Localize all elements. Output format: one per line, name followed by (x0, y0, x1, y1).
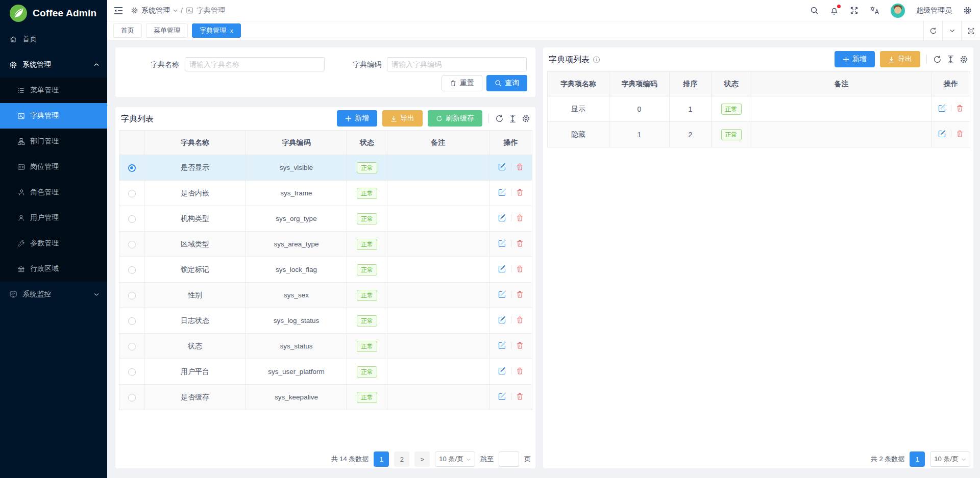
dict-item-header-row: 字典项名称 字典项编码 排序 状态 备注 操作 (548, 72, 970, 96)
table-row[interactable]: 是否内嵌sys_frame 正常 (119, 181, 532, 206)
delete-icon[interactable] (516, 367, 524, 375)
page-size-select[interactable]: 10 条/页 (435, 451, 475, 467)
avatar[interactable] (891, 4, 905, 18)
table-row[interactable]: 用户平台sys_user_platform 正常 (119, 359, 532, 385)
sidebar-item-role-mgmt[interactable]: 角色管理 (0, 180, 107, 205)
edit-icon[interactable] (498, 367, 506, 375)
dict-name-input[interactable] (185, 57, 325, 71)
edit-icon[interactable] (498, 341, 506, 349)
sidebar-submenu-system: 菜单管理 字典管理 部门管理 岗位管理 角色管理 用户管理 参数管理 行政区域 (0, 78, 107, 282)
table-row[interactable]: 机构类型sys_org_type 正常 (119, 206, 532, 232)
edit-icon[interactable] (938, 104, 946, 112)
delete-icon[interactable] (956, 104, 964, 112)
query-button[interactable]: 查询 (486, 75, 527, 91)
row-radio[interactable] (128, 241, 136, 248)
row-height-icon[interactable] (947, 55, 954, 64)
delete-icon[interactable] (516, 214, 524, 222)
collapse-sidebar-icon[interactable] (113, 6, 124, 15)
table-row[interactable]: 是否显示sys_visible 正常 (119, 155, 532, 181)
search-icon[interactable] (810, 6, 819, 15)
tab-dict-mgmt[interactable]: 字典管理x (192, 23, 241, 38)
sidebar-item-area-mgmt[interactable]: 行政区域 (0, 256, 107, 282)
sidebar-item-menu-mgmt[interactable]: 菜单管理 (0, 78, 107, 103)
sidebar-item-user-mgmt[interactable]: 用户管理 (0, 205, 107, 231)
edit-icon[interactable] (498, 163, 506, 171)
tabs-menu-chevron[interactable] (942, 21, 961, 40)
table-settings-gear-icon[interactable] (522, 114, 530, 123)
refresh-tabs-button[interactable] (923, 21, 942, 40)
page-1[interactable]: 1 (910, 451, 925, 467)
export-dict-item-button[interactable]: 导出 (880, 51, 920, 67)
status-badge: 正常 (357, 188, 377, 199)
refresh-cache-button[interactable]: 刷新缓存 (428, 110, 482, 127)
page-1[interactable]: 1 (374, 451, 389, 467)
edit-icon[interactable] (498, 392, 506, 400)
delete-icon[interactable] (516, 265, 524, 273)
delete-icon[interactable] (516, 341, 524, 349)
sidebar-item-dept-mgmt[interactable]: 部门管理 (0, 129, 107, 154)
username[interactable]: 超级管理员 (916, 6, 952, 15)
table-row[interactable]: 区域类型sys_area_type 正常 (119, 232, 532, 257)
row-radio[interactable] (128, 394, 136, 401)
delete-icon[interactable] (956, 130, 964, 138)
table-row[interactable]: 锁定标记sys_lock_flag 正常 (119, 257, 532, 283)
row-radio[interactable] (128, 164, 136, 172)
refresh-table-icon[interactable] (933, 55, 942, 64)
fullscreen-icon[interactable] (850, 6, 859, 15)
sidebar-item-post-mgmt[interactable]: 岗位管理 (0, 154, 107, 180)
edit-icon[interactable] (498, 214, 506, 222)
delete-icon[interactable] (516, 290, 524, 298)
table-row[interactable]: 日志状态sys_log_status 正常 (119, 308, 532, 334)
sidebar-item-home[interactable]: 首页 (0, 27, 107, 52)
close-tab-icon[interactable]: x (230, 28, 233, 34)
row-radio[interactable] (128, 190, 136, 197)
maximize-content-icon[interactable] (961, 21, 980, 40)
row-radio[interactable] (128, 266, 136, 274)
delete-icon[interactable] (516, 188, 524, 196)
delete-icon[interactable] (516, 239, 524, 247)
row-radio[interactable] (128, 292, 136, 299)
jump-page-input[interactable] (499, 451, 519, 467)
delete-icon[interactable] (516, 316, 524, 324)
table-row[interactable]: 是否缓存sys_keepalive 正常 (119, 385, 532, 410)
notification-bell[interactable] (830, 6, 839, 15)
table-settings-gear-icon[interactable] (960, 55, 968, 64)
sidebar-item-monitor[interactable]: 系统监控 (0, 282, 107, 307)
add-dict-button[interactable]: 新增 (337, 110, 377, 127)
dict-code-input[interactable] (387, 57, 527, 71)
row-radio[interactable] (128, 215, 136, 223)
sidebar-item-param-mgmt[interactable]: 参数管理 (0, 231, 107, 256)
tab-home[interactable]: 首页 (113, 23, 142, 38)
delete-icon[interactable] (516, 392, 524, 400)
edit-icon[interactable] (498, 290, 506, 298)
sidebar-item-label: 系统管理 (22, 60, 51, 69)
edit-icon[interactable] (938, 130, 946, 138)
row-radio[interactable] (128, 317, 136, 325)
sidebar-item-dict-mgmt[interactable]: 字典管理 (0, 103, 107, 129)
edit-icon[interactable] (498, 188, 506, 196)
breadcrumb-item[interactable]: 系统管理 (141, 6, 170, 15)
id-badge-icon (17, 163, 25, 171)
delete-icon[interactable] (516, 163, 524, 171)
table-row[interactable]: 显示01 正常 (548, 96, 970, 122)
tab-menu-mgmt[interactable]: 菜单管理 (146, 23, 188, 38)
next-page[interactable]: > (414, 451, 430, 467)
edit-icon[interactable] (498, 316, 506, 324)
row-radio[interactable] (128, 368, 136, 376)
edit-icon[interactable] (498, 239, 506, 247)
table-row[interactable]: 隐藏12 正常 (548, 122, 970, 147)
page-2[interactable]: 2 (394, 451, 409, 467)
table-row[interactable]: 状态sys_status 正常 (119, 334, 532, 359)
export-dict-button[interactable]: 导出 (382, 110, 423, 127)
add-dict-item-button[interactable]: 新增 (835, 51, 875, 67)
translate-icon[interactable] (870, 6, 879, 15)
gear-icon[interactable] (963, 6, 972, 15)
refresh-table-icon[interactable] (495, 114, 504, 123)
row-radio[interactable] (128, 343, 136, 350)
edit-icon[interactable] (498, 265, 506, 273)
row-height-icon[interactable] (509, 114, 517, 123)
page-size-select[interactable]: 10 条/页 (930, 451, 970, 467)
sidebar-item-system[interactable]: 系统管理 (0, 52, 107, 78)
table-row[interactable]: 性别sys_sex 正常 (119, 283, 532, 308)
reset-button[interactable]: 重置 (442, 75, 482, 91)
